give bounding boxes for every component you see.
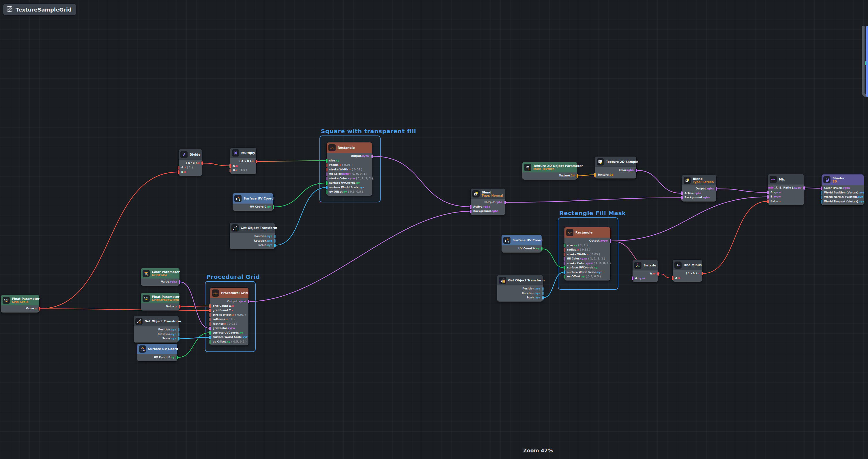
port-pin[interactable] [178,332,180,336]
port-pin[interactable] [209,322,211,326]
port-pin[interactable] [177,356,178,360]
node-header[interactable]: Divide [179,149,202,160]
node-header[interactable]: mixMix [768,174,804,185]
node-multiply[interactable]: Multiply( A x B ).xA.xB.x ( 1.5 ) [230,147,256,174]
node-header[interactable]: Texture 2D Sample [595,157,636,167]
port-pin[interactable] [564,262,565,265]
node-header[interactable]: Shader3D [822,174,864,185]
node-header[interactable]: 1.23Float ParameterGridStrokeWidth [141,293,180,303]
port-pin[interactable] [681,191,683,195]
node-tex-param[interactable]: Texture 2D Object ParameterMain TextureT… [522,162,577,179]
wire-one-minus-to-mix[interactable] [703,201,767,273]
port-pin[interactable] [767,199,769,203]
node-header[interactable]: Get Object Transform [134,316,179,326]
port-pin[interactable] [767,195,769,199]
port-pin[interactable] [209,304,211,308]
node-header[interactable]: 1.23Float ParameterGrid Scale [1,295,39,305]
port-pin[interactable] [610,239,612,243]
port-pin[interactable] [541,247,543,251]
port-pin[interactable] [326,186,328,189]
vertical-scrollbar-thumb[interactable] [866,26,868,97]
port-pin[interactable] [542,296,544,300]
port-pin[interactable] [326,163,328,167]
port-pin[interactable] [371,155,373,158]
port-pin[interactable] [209,327,211,330]
port-pin[interactable] [821,195,823,199]
node-graph-canvas[interactable]: TextureSampleGrid Zoom 42% Square with t… [0,0,868,459]
node-proc-grid[interactable]: </>Procedural GridOutput.xyzwgrid Count … [210,288,248,346]
port-pin[interactable] [803,186,805,190]
port-pin[interactable] [274,243,276,248]
graph-title-badge[interactable]: TextureSampleGrid [3,4,76,15]
port-pin[interactable] [564,253,565,256]
node-header[interactable]: </>Rectangle [327,142,372,153]
port-pin[interactable] [39,307,40,311]
node-mix[interactable]: mixMixmix( A, B, Ratio ).xyzwA.xyzwB.xyz… [768,174,804,205]
port-pin[interactable] [274,235,276,238]
port-pin[interactable] [326,172,328,176]
port-pin[interactable] [273,205,274,209]
wire-got3-to-rect-mask[interactable] [544,272,564,298]
wire-proc-grid-to-blend-n[interactable] [249,211,470,302]
port-pin[interactable] [681,196,683,200]
port-pin[interactable] [821,187,823,190]
node-rect-mask[interactable]: </>RectangleOutput.xyzwsize.xy ( 1, 1 )r… [564,227,610,281]
node-header[interactable]: Texture 2D Object ParameterMain Texture [522,162,577,172]
port-pin[interactable] [179,280,181,284]
port-pin[interactable] [821,200,823,203]
node-header[interactable]: 1One Minus [673,260,702,270]
port-pin[interactable] [326,190,328,194]
node-tex-sample[interactable]: Texture 2D SampleColor.rgbaTexture.2d [595,157,636,178]
wire-tex-sample-to-blend-s[interactable] [637,170,681,193]
wire-mix-to-shader[interactable] [805,188,821,188]
node-header[interactable]: Get Object Transform [497,275,543,286]
node-grid-scale[interactable]: 1.23Float ParameterGrid ScaleValue.x [1,295,39,313]
port-pin[interactable] [542,287,544,291]
port-pin[interactable] [179,305,181,309]
wire-divide-to-multiply[interactable] [203,163,230,166]
port-pin[interactable] [716,187,717,191]
node-header[interactable]: 0Surface UV Coord [501,235,541,245]
port-pin[interactable] [470,209,471,214]
node-header[interactable]: 0Surface UV Coord [232,193,273,203]
node-header[interactable]: Color ParameterGridColor [141,268,180,278]
port-pin[interactable] [564,270,565,274]
port-pin[interactable] [178,166,180,169]
wire-suv2-to-proc-grid[interactable] [178,333,210,358]
node-header[interactable]: Swizzle [632,260,658,270]
port-pin[interactable] [326,159,328,163]
port-pin[interactable] [256,160,257,163]
node-header[interactable]: </>Rectangle [564,227,610,237]
port-pin[interactable] [229,169,231,172]
port-pin[interactable] [564,275,565,279]
port-pin[interactable] [326,177,328,181]
node-got1[interactable]: Get Object TransformPosition.xyzRotation… [230,223,275,249]
port-pin[interactable] [326,168,328,171]
port-pin[interactable] [767,191,769,194]
port-pin[interactable] [202,161,203,165]
port-pin[interactable] [274,239,276,243]
node-got3[interactable]: Get Object TransformPosition.xyzRotation… [497,275,543,302]
wire-color-param-to-proc-grid[interactable] [180,282,210,328]
port-pin[interactable] [209,331,211,335]
node-suv1[interactable]: 0Surface UV CoordUV Coord 0.xy [232,193,273,211]
wire-got1-to-rect-square[interactable] [275,188,326,245]
node-rect-square[interactable]: </>RectangleOutput.xyzwsize.xyradius.x (… [327,142,372,196]
node-blend-s[interactable]: BlendType: ScreenOutput.rgbaActive.rgbaB… [682,175,716,201]
port-pin[interactable] [504,201,506,204]
wire-suv1-to-rect-square[interactable] [274,183,326,207]
node-stroke-param[interactable]: 1.23Float ParameterGridStrokeWidthValue.… [141,293,180,310]
port-pin[interactable] [702,272,703,275]
port-pin[interactable] [564,266,565,270]
port-pin[interactable] [326,182,328,185]
port-pin[interactable] [564,248,565,252]
port-pin[interactable] [209,318,211,322]
node-suv3[interactable]: 0Surface UV CoordUV Coord 0.xy [501,235,541,253]
port-pin[interactable] [564,257,565,261]
node-header[interactable]: </>Procedural Grid [210,288,248,298]
node-divide[interactable]: Divide( A / B ).xA.x ( 1 )B.x [179,149,202,176]
port-pin[interactable] [209,336,211,339]
node-swizzle[interactable]: SwizzleA.wA.xyzw [632,260,658,282]
node-header[interactable]: 0Surface UV Coord [137,344,177,354]
port-pin[interactable] [632,276,633,280]
